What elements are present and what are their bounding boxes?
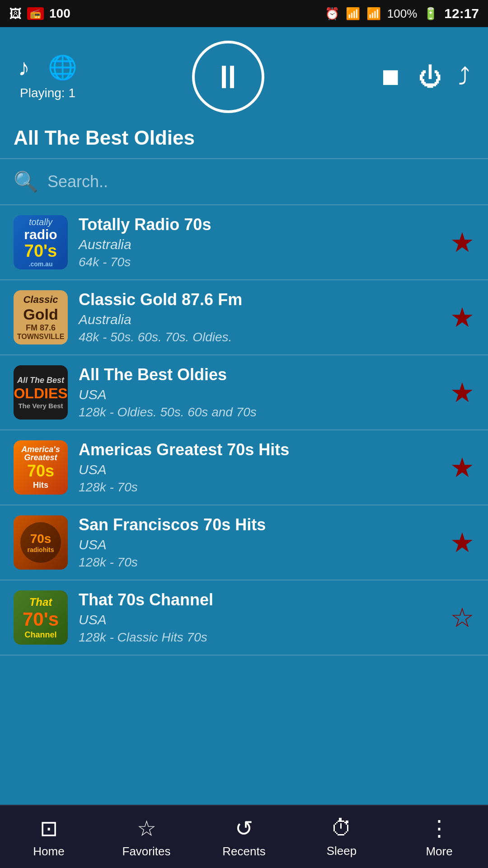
station-meta-3: 128k - Oldies. 50s. 60s and 70s <box>79 405 439 420</box>
home-icon: ⊡ <box>40 816 58 841</box>
favorite-star-3[interactable]: ★ <box>450 377 474 408</box>
station-logo-2: Classic Gold FM 87.6 TOWNSVILLE <box>14 290 68 344</box>
bottom-nav: ⊡ Home ☆ Favorites ↺ Recents ⏱ Sleep ⋮ M… <box>0 805 488 868</box>
station-meta-6: 128k - Classic Hits 70s <box>79 630 439 645</box>
nav-item-recents[interactable]: ↺ Recents <box>195 816 293 859</box>
station-info-5: San Franciscos 70s Hits USA 128k - 70s <box>79 515 439 570</box>
station-list: totally radio 70's .com.au Totally Radio… <box>0 205 488 656</box>
list-item[interactable]: Classic Gold FM 87.6 TOWNSVILLE Classic … <box>0 280 488 355</box>
list-item[interactable]: America's Greatest 70s Hits Americas Gre… <box>0 430 488 505</box>
alarm-icon: ⏰ <box>325 7 339 21</box>
battery-icon: 🔋 <box>423 7 438 21</box>
nav-label-recents: Recents <box>222 844 265 859</box>
radio-app-icon: 📻 <box>27 7 44 20</box>
nav-label-favorites: Favorites <box>122 844 171 859</box>
playing-label: Playing: 1 <box>20 86 75 100</box>
globe-icon[interactable]: 🌐 <box>48 54 77 81</box>
station-country-5: USA <box>79 537 439 552</box>
nav-item-sleep[interactable]: ⏱ Sleep <box>293 816 390 858</box>
nav-label-home: Home <box>33 844 64 859</box>
station-name-4: Americas Greatest 70s Hits <box>79 440 439 459</box>
list-item[interactable]: 70s radiohits San Franciscos 70s Hits US… <box>0 505 488 580</box>
top-right-controls: ⏹ ⏻ ⤴ <box>379 63 470 90</box>
station-info-1: Totally Radio 70s Australia 64k - 70s <box>79 215 439 269</box>
station-info-6: That 70s Channel USA 128k - Classic Hits… <box>79 590 439 645</box>
station-country-1: Australia <box>79 237 439 252</box>
station-logo-1: totally radio 70's .com.au <box>14 215 68 269</box>
station-country-2: Australia <box>79 312 439 327</box>
photo-icon: 🖼 <box>9 6 22 21</box>
nav-item-favorites[interactable]: ☆ Favorites <box>98 816 195 859</box>
stop-icon[interactable]: ⏹ <box>379 63 402 90</box>
battery-percentage: 100% <box>387 7 418 21</box>
nav-item-home[interactable]: ⊡ Home <box>0 816 98 859</box>
share-icon[interactable]: ⤴ <box>458 63 470 90</box>
station-meta-1: 64k - 70s <box>79 255 439 269</box>
station-name-3: All The Best Oldies <box>79 365 439 384</box>
list-item[interactable]: All The Best OLDIES The Very Best All Th… <box>0 355 488 430</box>
station-meta-4: 128k - 70s <box>79 480 439 495</box>
status-bar: 🖼 📻 100 ⏰ 📶 📶 100% 🔋 12:17 <box>0 0 488 27</box>
signal-count: 100 <box>49 6 70 21</box>
nav-item-more[interactable]: ⋮ More <box>390 816 488 859</box>
station-logo-3: All The Best OLDIES The Very Best <box>14 365 68 420</box>
station-country-4: USA <box>79 462 439 477</box>
pause-icon: ⏸ <box>212 61 244 93</box>
station-meta-2: 48k - 50s. 60s. 70s. Oldies. <box>79 330 439 344</box>
favorites-star-icon: ☆ <box>137 816 156 841</box>
favorite-star-6[interactable]: ☆ <box>450 602 474 633</box>
station-logo-5: 70s radiohits <box>14 515 68 570</box>
top-left-controls: ♪ 🌐 Playing: 1 <box>18 54 77 100</box>
station-info-3: All The Best Oldies USA 128k - Oldies. 5… <box>79 365 439 420</box>
status-bar-right: ⏰ 📶 📶 100% 🔋 12:17 <box>325 6 479 21</box>
sleep-clock-icon: ⏱ <box>331 816 352 840</box>
favorite-star-2[interactable]: ★ <box>450 302 474 333</box>
favorite-star-4[interactable]: ★ <box>450 452 474 483</box>
top-controls: ♪ 🌐 Playing: 1 ⏸ ⏹ ⏻ ⤴ <box>0 27 488 122</box>
station-name-2: Classic Gold 87.6 Fm <box>79 290 439 309</box>
signal-icon: 📶 <box>366 7 381 21</box>
list-item[interactable]: totally radio 70's .com.au Totally Radio… <box>0 205 488 280</box>
power-icon[interactable]: ⏻ <box>418 63 442 90</box>
nav-label-sleep: Sleep <box>327 844 357 858</box>
pause-button[interactable]: ⏸ <box>192 41 264 113</box>
station-meta-5: 128k - 70s <box>79 555 439 570</box>
favorite-star-1[interactable]: ★ <box>450 226 474 258</box>
station-name-1: Totally Radio 70s <box>79 215 439 234</box>
current-station-title: All The Best Oldies <box>0 122 488 158</box>
station-info-4: Americas Greatest 70s Hits USA 128k - 70… <box>79 440 439 495</box>
station-country-3: USA <box>79 387 439 402</box>
status-bar-left: 🖼 📻 100 <box>9 6 70 21</box>
more-dots-icon: ⋮ <box>428 816 450 841</box>
search-icon: 🔍 <box>14 170 38 193</box>
nav-label-more: More <box>426 844 452 859</box>
search-input[interactable] <box>47 172 474 191</box>
station-name-6: That 70s Channel <box>79 590 439 609</box>
recents-history-icon: ↺ <box>235 816 253 841</box>
music-note-icon[interactable]: ♪ <box>18 54 30 81</box>
wifi-icon: 📶 <box>346 7 360 21</box>
station-logo-6: That 70's Channel <box>14 590 68 645</box>
station-name-5: San Franciscos 70s Hits <box>79 515 439 534</box>
station-info-2: Classic Gold 87.6 Fm Australia 48k - 50s… <box>79 290 439 344</box>
list-item[interactable]: That 70's Channel That 70s Channel USA 1… <box>0 580 488 656</box>
station-country-6: USA <box>79 612 439 627</box>
favorite-star-5[interactable]: ★ <box>450 527 474 558</box>
station-logo-4: America's Greatest 70s Hits <box>14 440 68 495</box>
search-bar: 🔍 <box>0 159 488 205</box>
clock-status: 12:17 <box>444 6 479 21</box>
